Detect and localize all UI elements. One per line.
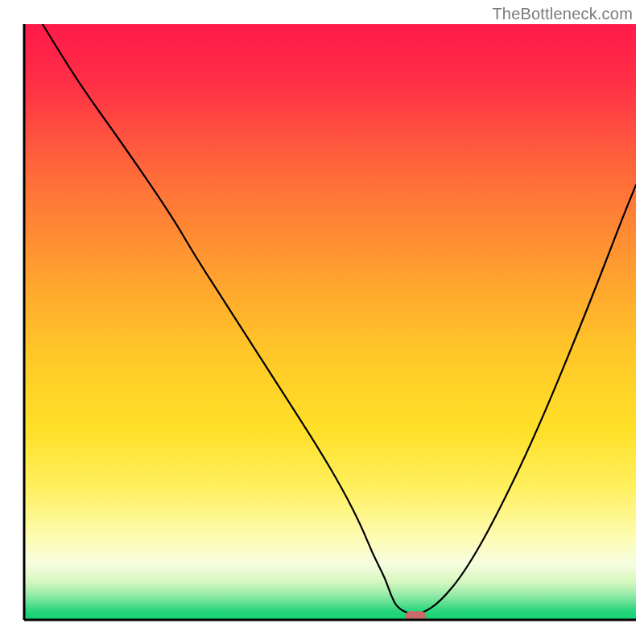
gradient-background xyxy=(24,24,636,620)
chart-container: TheBottleneck.com xyxy=(0,0,644,644)
watermark-text: TheBottleneck.com xyxy=(492,5,633,23)
bottleneck-chart xyxy=(0,0,644,644)
